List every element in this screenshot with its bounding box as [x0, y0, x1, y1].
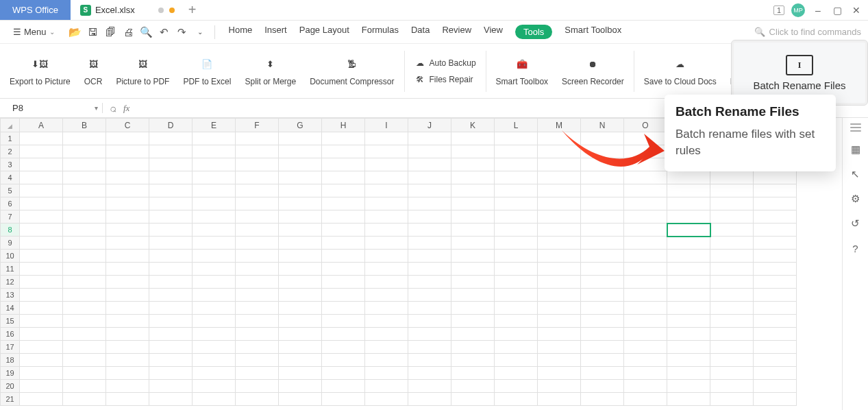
cell-F12[interactable] — [236, 276, 279, 289]
cell-C18[interactable] — [106, 354, 149, 367]
cell-J1[interactable] — [408, 132, 451, 145]
cell-P21[interactable] — [667, 393, 710, 406]
help-icon[interactable]: ? — [849, 241, 863, 255]
badge-one[interactable]: 1 — [773, 5, 784, 15]
cell-L14[interactable] — [495, 302, 538, 315]
cell-O19[interactable] — [624, 367, 667, 380]
cell-E10[interactable] — [193, 250, 236, 263]
cell-K7[interactable] — [451, 210, 495, 224]
cell-D9[interactable] — [149, 237, 193, 250]
cell-A12[interactable] — [20, 276, 63, 289]
cell-A19[interactable] — [20, 367, 63, 380]
row-header-4[interactable]: 4 — [1, 171, 20, 184]
cell-K3[interactable] — [451, 158, 495, 171]
cell-C20[interactable] — [106, 380, 149, 393]
cell-F15[interactable] — [236, 315, 279, 328]
cell-A9[interactable] — [20, 237, 63, 250]
ribbon-save-to-cloud-docs[interactable]: ☁Save to Cloud Docs — [637, 44, 723, 98]
cell-A8[interactable] — [20, 224, 63, 237]
open-icon[interactable]: 📂 — [69, 26, 82, 38]
cell-H20[interactable] — [322, 380, 365, 393]
cell-C17[interactable] — [106, 341, 149, 354]
cell-P16[interactable] — [667, 328, 710, 341]
cell-H19[interactable] — [322, 367, 365, 380]
cell-Q18[interactable] — [710, 354, 754, 367]
row-header-2[interactable]: 2 — [1, 145, 20, 158]
cell-C1[interactable] — [106, 132, 149, 145]
cell-I9[interactable] — [365, 237, 408, 250]
cell-D20[interactable] — [149, 380, 193, 393]
cell-B6[interactable] — [63, 197, 106, 210]
cell-O11[interactable] — [624, 263, 667, 276]
ribbon-tab-smart-toolbox[interactable]: Smart Toolbox — [565, 25, 621, 39]
col-header-K[interactable]: K — [451, 119, 495, 132]
cell-F18[interactable] — [236, 354, 279, 367]
cell-O5[interactable] — [624, 184, 667, 197]
cell-N10[interactable] — [581, 250, 624, 263]
row-header-10[interactable]: 10 — [1, 250, 20, 263]
cell-R19[interactable] — [754, 367, 797, 380]
cell-M12[interactable] — [538, 276, 581, 289]
cell-I8[interactable] — [365, 224, 408, 237]
cell-H6[interactable] — [322, 197, 365, 210]
cell-B5[interactable] — [63, 184, 106, 197]
cell-B20[interactable] — [63, 380, 106, 393]
cell-A4[interactable] — [20, 171, 63, 184]
cell-H7[interactable] — [322, 210, 365, 224]
cell-F2[interactable] — [236, 145, 279, 158]
cell-L16[interactable] — [495, 328, 538, 341]
ribbon-smart-toolbox[interactable]: 🧰Smart Toolbox — [489, 44, 555, 98]
cell-G19[interactable] — [279, 367, 322, 380]
ribbon-tab-home[interactable]: Home — [229, 25, 253, 39]
zoom-icon[interactable] — [110, 102, 116, 114]
cell-J18[interactable] — [408, 354, 451, 367]
cell-A14[interactable] — [20, 302, 63, 315]
cell-A21[interactable] — [20, 393, 63, 406]
cell-O18[interactable] — [624, 354, 667, 367]
cell-E11[interactable] — [193, 263, 236, 276]
cell-C13[interactable] — [106, 289, 149, 302]
cell-O6[interactable] — [624, 197, 667, 210]
cell-N5[interactable] — [581, 184, 624, 197]
row-header-12[interactable]: 12 — [1, 276, 20, 289]
cell-Q17[interactable] — [710, 341, 754, 354]
cell-D11[interactable] — [149, 263, 193, 276]
cell-B1[interactable] — [63, 132, 106, 145]
cell-N12[interactable] — [581, 276, 624, 289]
cell-Q7[interactable] — [710, 210, 754, 224]
cell-B14[interactable] — [63, 302, 106, 315]
cell-I18[interactable] — [365, 354, 408, 367]
cell-Q8[interactable] — [710, 224, 754, 237]
cell-D17[interactable] — [149, 341, 193, 354]
cell-M7[interactable] — [538, 210, 581, 224]
cell-G11[interactable] — [279, 263, 322, 276]
cell-J15[interactable] — [408, 315, 451, 328]
cell-H21[interactable] — [322, 393, 365, 406]
row-header-20[interactable]: 20 — [1, 380, 20, 393]
cell-E12[interactable] — [193, 276, 236, 289]
cell-I2[interactable] — [365, 145, 408, 158]
cell-K18[interactable] — [451, 354, 495, 367]
menu-button[interactable]: Menu ⌄ — [7, 24, 61, 40]
cell-I5[interactable] — [365, 184, 408, 197]
cell-E1[interactable] — [193, 132, 236, 145]
cell-K8[interactable] — [451, 224, 495, 237]
cell-F9[interactable] — [236, 237, 279, 250]
cell-B9[interactable] — [63, 237, 106, 250]
cell-K1[interactable] — [451, 132, 495, 145]
cell-E16[interactable] — [193, 328, 236, 341]
chevron-down-icon[interactable]: ▾ — [95, 104, 98, 112]
select-all-corner[interactable]: ◢ — [1, 119, 20, 132]
col-header-D[interactable]: D — [149, 119, 193, 132]
cell-N13[interactable] — [581, 289, 624, 302]
cell-H15[interactable] — [322, 315, 365, 328]
cell-G21[interactable] — [279, 393, 322, 406]
cell-M16[interactable] — [538, 328, 581, 341]
cell-H2[interactable] — [322, 145, 365, 158]
ribbon-tab-formulas[interactable]: Formulas — [362, 25, 399, 39]
cell-Q10[interactable] — [710, 250, 754, 263]
col-header-G[interactable]: G — [279, 119, 322, 132]
cell-K2[interactable] — [451, 145, 495, 158]
cell-K11[interactable] — [451, 263, 495, 276]
redo-icon[interactable]: ↷ — [176, 26, 188, 38]
